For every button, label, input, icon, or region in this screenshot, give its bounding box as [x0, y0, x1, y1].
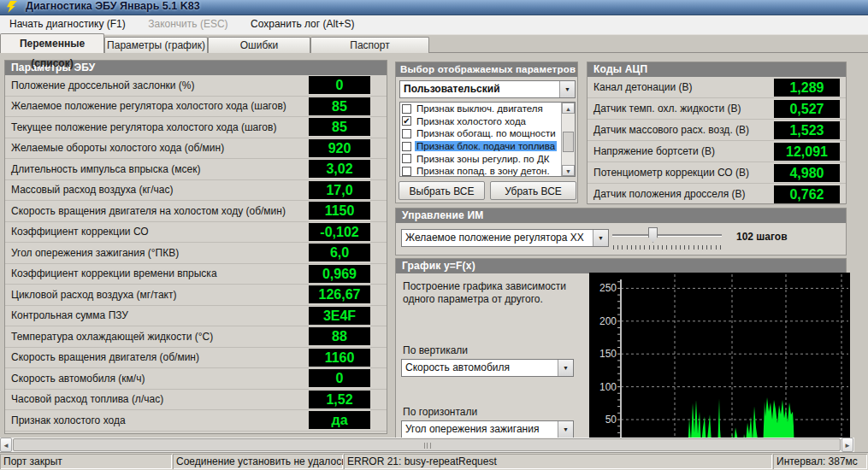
tab-variables-list[interactable]: Переменные (список) — [0, 33, 104, 53]
table-row: Текущее положение регулятора холостого х… — [5, 117, 387, 138]
vertical-axis-dropdown[interactable]: Скорость автомобиля ▼ — [401, 359, 574, 377]
app-icon — [6, 1, 17, 13]
svg-text:200: 200 — [599, 315, 617, 327]
param-select-panel: Выбор отображаемых параметров Пользовате… — [395, 62, 578, 203]
param-value: 126,67 — [309, 285, 370, 303]
param-label: Контрольная сумма ПЗУ — [5, 309, 309, 321]
table-row: Угол опережения зажигания (°ПКВ)6,0 — [5, 243, 387, 264]
scroll-up-icon[interactable]: ▲ — [562, 103, 575, 114]
adc-value: 1,523 — [774, 121, 840, 139]
tab-parameters-graph[interactable]: Параметры (график) — [104, 37, 208, 53]
select-all-button[interactable]: Выбрать ВСЕ — [399, 181, 485, 200]
list-scrollbar[interactable]: ▲ ▼ — [561, 103, 575, 176]
horizontal-axis-value: Угол опережения зажигания — [402, 421, 558, 438]
chevron-down-icon[interactable]: ▼ — [558, 360, 573, 376]
adc-label: Датчик массового расх. возд. (В) — [588, 124, 774, 136]
param-label: Желаемое положение регулятора холостого … — [5, 100, 309, 112]
param-label: Положение дроссельной заслонки (%) — [5, 79, 309, 91]
clear-all-button[interactable]: Убрать ВСЕ — [490, 181, 576, 200]
adc-codes-panel: Коды АЦП Канал детонации (В)1,289 Датчик… — [587, 62, 847, 204]
chevron-down-icon[interactable]: ▼ — [559, 81, 575, 97]
param-label: Признак холостого хода — [5, 414, 309, 426]
param-value: 1,52 — [309, 391, 370, 408]
slider-ticks — [613, 245, 721, 250]
param-label: Температура охлаждающей жидкости (°С) — [5, 331, 309, 343]
main-content: Параметры ЭБУ Положение дроссельной засл… — [0, 53, 851, 438]
param-label: Скорость вращения двигателя на холостом … — [5, 205, 309, 217]
param-label: Коэффициент коррекции СО — [5, 226, 309, 238]
table-row: Длительность импульса впрыска (мсек)3,02 — [5, 159, 387, 180]
vertical-axis-value: Скорость автомобиля — [402, 360, 558, 376]
menu-start-diagnostics[interactable]: Начать диагностику (F1) — [0, 15, 135, 30]
scrollbar-thumb[interactable] — [13, 438, 841, 451]
param-checkbox-item[interactable]: Признак попад. в зону детон. — [400, 165, 575, 177]
titlebar[interactable]: Диагностика ЭБУ Январь 5.1 K83 — [0, 0, 868, 15]
graph-panel: График y=F(x) Построение графика зависим… — [395, 258, 847, 438]
status-connection: Соединение установить не удалось — [173, 454, 343, 469]
param-checkbox-item[interactable]: Признак выключ. двигателя — [400, 103, 575, 115]
menu-stop-diagnostics[interactable]: Закончить (ESC) — [139, 15, 237, 30]
param-value: 3E4F — [309, 307, 370, 325]
actuator-slider[interactable] — [612, 226, 722, 254]
chevron-down-icon[interactable]: ▼ — [593, 230, 608, 246]
checkbox[interactable] — [402, 154, 411, 163]
scroll-down-icon[interactable]: ▼ — [562, 165, 575, 176]
adc-value: 12,091 — [774, 143, 840, 161]
scrollbar-thumb[interactable] — [563, 132, 574, 152]
menu-save-log[interactable]: Сохранить лог (Alt+S) — [241, 15, 364, 30]
adc-value: 1,289 — [774, 79, 840, 97]
table-row: Положение дроссельной заслонки (%)0 — [5, 75, 387, 97]
adc-label: Потенциометр коррекции СО (В) — [588, 167, 774, 179]
checkbox[interactable] — [402, 167, 411, 176]
slider-track[interactable] — [612, 234, 722, 236]
menubar: Начать диагностику (F1) Закончить (ESC) … — [0, 15, 868, 35]
ecu-params-rows: Положение дроссельной заслонки (%)0 Жела… — [5, 75, 387, 432]
table-row: Потенциометр коррекции СО (В)4,980 — [588, 162, 846, 184]
param-value: 85 — [309, 97, 370, 115]
param-value: 88 — [309, 327, 370, 345]
checkbox[interactable] — [402, 142, 411, 151]
param-checkbox-item[interactable]: Признак обогащ. по мощности — [400, 127, 575, 140]
param-checkbox-item[interactable]: Признак блок. подачи топлива — [400, 140, 575, 153]
param-label: Цикловой расход воздуха (мг/такт) — [5, 289, 309, 301]
adc-value: 4,980 — [774, 164, 840, 182]
param-checkbox-list: Признак выключ. двигателя ✔Признак холос… — [399, 102, 576, 177]
actuator-dropdown[interactable]: Желаемое положение регулятора ХХ ▼ — [401, 229, 609, 247]
scroll-left-icon[interactable]: ◄ — [0, 438, 12, 452]
tab-errors[interactable]: Ошибки — [208, 37, 310, 53]
scroll-right-icon[interactable]: ► — [841, 438, 853, 452]
table-row: Датчик положения дросселя (В)0,762 — [588, 184, 846, 205]
param-checkbox-item[interactable]: ✔Признак холостого хода — [400, 115, 575, 128]
horizontal-scrollbar[interactable]: ◄ ► — [0, 438, 854, 452]
preset-dropdown[interactable]: Пользовательский ▼ — [399, 80, 576, 98]
graph-header: График y=F(x) — [396, 259, 846, 273]
param-value: 6,0 — [309, 244, 370, 261]
param-value: 1160 — [309, 349, 370, 367]
param-label: Угол опережения зажигания (°ПКВ) — [5, 247, 309, 259]
tab-passport[interactable]: Паспорт — [310, 37, 429, 53]
table-row: Желаемое положение регулятора холостого … — [5, 97, 387, 118]
param-label: Желаемые обороты холостого хода (об/мин) — [5, 142, 309, 154]
param-value: 1150 — [309, 202, 370, 220]
table-row: Скорость вращения двигателя (об/мин)1160 — [5, 348, 387, 369]
vertical-axis-label: По вертикали — [403, 344, 468, 356]
param-value: 85 — [309, 118, 370, 136]
table-row: Контрольная сумма ПЗУ3E4F — [5, 306, 387, 327]
slider-thumb[interactable] — [648, 227, 658, 243]
checkbox[interactable]: ✔ — [402, 116, 411, 126]
param-select-header: Выбор отображаемых параметров — [396, 62, 577, 77]
checkbox[interactable] — [402, 129, 411, 138]
table-row: Скорость автомобиля (км/ч)0 — [5, 368, 387, 390]
svg-text:50: 50 — [605, 414, 617, 426]
svg-text:100: 100 — [599, 381, 617, 393]
chevron-down-icon[interactable]: ▼ — [558, 421, 573, 438]
param-checkbox-item[interactable]: Признак зоны регулир. по ДК — [400, 152, 575, 165]
adc-label: Канал детонации (В) — [588, 81, 774, 93]
param-label: Скорость автомобиля (км/ч) — [5, 373, 309, 385]
param-value: 920 — [309, 139, 370, 157]
tabbar: Переменные (список) Параметры (график) О… — [0, 34, 868, 53]
svg-text:150: 150 — [599, 348, 617, 360]
horizontal-axis-dropdown[interactable]: Угол опережения зажигания ▼ — [401, 420, 574, 438]
checkbox[interactable] — [402, 104, 411, 114]
param-label: Массовый расход воздуха (кг/час) — [5, 184, 309, 196]
